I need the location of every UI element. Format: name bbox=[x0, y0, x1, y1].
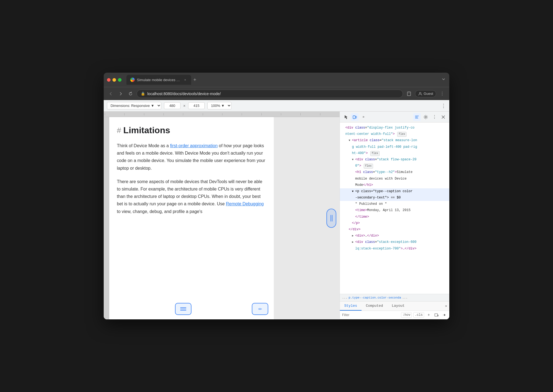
guest-button[interactable]: Guest bbox=[415, 90, 436, 97]
device-toolbar-more[interactable]: ⋮ bbox=[441, 103, 446, 109]
address-right-controls: Guest ⋮ bbox=[405, 90, 446, 98]
tab-computed[interactable]: Computed bbox=[362, 302, 387, 311]
devtools-panel: » ⋮ <div class="display-flex justi bbox=[340, 112, 449, 319]
tree-node[interactable]: ►<div>…</div> bbox=[340, 233, 449, 239]
bottom-handles: ✏ bbox=[104, 303, 340, 315]
page-preview: # Limitations Think of Device Mode as a … bbox=[104, 112, 340, 319]
settings-button[interactable] bbox=[422, 113, 430, 121]
tree-node[interactable]: ▼<article class="stack measure-lon bbox=[340, 137, 449, 144]
first-order-link[interactable]: first-order approximation bbox=[170, 143, 218, 148]
element-state-button[interactable] bbox=[441, 312, 447, 318]
hash-icon: # bbox=[117, 126, 121, 135]
add-style-rule-button[interactable]: + bbox=[426, 312, 432, 318]
tree-node[interactable]: Mode</h1> bbox=[340, 182, 449, 188]
zoom-select[interactable]: 100% ▼ bbox=[207, 102, 232, 109]
tree-node-selected[interactable]: ▼<p class="type--caption color bbox=[340, 188, 449, 195]
traffic-lights bbox=[107, 78, 122, 82]
devtools-breadcrumb: ... p.type--caption.color-seconda ... bbox=[340, 294, 449, 302]
filter-bar: :hov .cls + bbox=[340, 311, 449, 319]
width-input[interactable] bbox=[164, 102, 180, 109]
bookmark-icon[interactable] bbox=[405, 90, 413, 98]
tree-node[interactable]: </p> bbox=[340, 220, 449, 226]
html-tree[interactable]: <div class="display-flex justify-co nten… bbox=[340, 123, 449, 294]
tree-node[interactable]: </div> bbox=[340, 226, 449, 233]
tab-styles[interactable]: Styles bbox=[340, 302, 362, 311]
svg-rect-6 bbox=[435, 314, 438, 316]
forward-button[interactable] bbox=[117, 90, 125, 98]
tree-node[interactable]: " Published on " bbox=[340, 201, 449, 207]
ruler-horizontal bbox=[104, 112, 340, 117]
tab-overflow-button[interactable] bbox=[441, 77, 446, 83]
overflow-panels-button[interactable]: » bbox=[360, 113, 367, 121]
resize-drag-handle[interactable] bbox=[326, 209, 336, 228]
tab-bar: Simulate mobile devices with D × + bbox=[126, 75, 446, 85]
page-heading: # Limitations bbox=[117, 125, 266, 135]
bottom-handle-menu[interactable] bbox=[175, 303, 191, 315]
url-bar[interactable]: 🔒 localhost:8080/docs/devtools/device-mo… bbox=[137, 90, 403, 98]
styles-tabs: Styles Computed Layout » bbox=[340, 302, 449, 311]
browser-window: Simulate mobile devices with D × + 🔒 loc… bbox=[104, 73, 449, 319]
maximize-traffic-light[interactable] bbox=[118, 78, 122, 82]
console-button[interactable] bbox=[413, 113, 421, 121]
breadcrumb-more[interactable]: ... bbox=[402, 296, 408, 299]
styles-overflow[interactable]: » bbox=[443, 304, 449, 308]
url-text: localhost:8080/docs/devtools/device-mode… bbox=[147, 92, 399, 96]
breadcrumb-current[interactable]: p.type--caption.color-seconda bbox=[349, 296, 401, 299]
refresh-button[interactable] bbox=[127, 90, 134, 98]
tree-node[interactable]: ▼<div class="stack flow-space-20 bbox=[340, 157, 449, 163]
page-title: Limitations bbox=[123, 125, 170, 135]
tab-title: Simulate mobile devices with D bbox=[137, 78, 181, 82]
styles-filter-input[interactable] bbox=[342, 313, 399, 317]
close-traffic-light[interactable] bbox=[107, 78, 111, 82]
content-area: # Limitations Think of Device Mode as a … bbox=[104, 112, 449, 319]
tree-node-selected[interactable]: -secondary-text"> == $0 bbox=[340, 195, 449, 201]
tree-node[interactable]: 0"> flex bbox=[340, 163, 449, 169]
dimensions-select[interactable]: Dimensions: Responsive ▼ bbox=[107, 102, 161, 109]
device-toolbar: Dimensions: Responsive ▼ × 100% ▼ ⋮ bbox=[104, 100, 449, 112]
cls-button[interactable]: .cls bbox=[413, 312, 424, 318]
tree-node[interactable]: ht-400"> flex bbox=[340, 150, 449, 157]
dimension-separator: × bbox=[183, 104, 185, 108]
tree-node[interactable]: ntent-center width-full"> flex bbox=[340, 131, 449, 137]
page-content-wrapper: # Limitations Think of Device Mode as a … bbox=[104, 117, 340, 319]
device-mode-button[interactable] bbox=[351, 113, 359, 121]
tab-layout[interactable]: Layout bbox=[387, 302, 409, 311]
tree-node[interactable]: <h1 class="type--h2">Simulate bbox=[340, 169, 449, 175]
remote-debugging-link[interactable]: Remote Debugging bbox=[226, 201, 264, 206]
devtools-more-button[interactable]: ⋮ bbox=[431, 113, 438, 121]
tab-close-button[interactable]: × bbox=[183, 78, 187, 82]
title-bar: Simulate mobile devices with D × + bbox=[104, 73, 449, 87]
page-content: # Limitations Think of Device Mode as a … bbox=[109, 117, 274, 319]
svg-point-5 bbox=[425, 116, 427, 118]
tree-node[interactable]: lq:stack-exception-700">…</div> bbox=[340, 246, 449, 252]
svg-rect-4 bbox=[356, 116, 357, 118]
minimize-traffic-light[interactable] bbox=[112, 78, 116, 82]
devtools-close-button[interactable] bbox=[439, 113, 447, 121]
page-paragraph-2: There are some aspects of mobile devices… bbox=[117, 178, 266, 215]
breadcrumb-ellipsis[interactable]: ... bbox=[342, 296, 348, 299]
tree-node[interactable]: <time>Monday, April 13, 2015 bbox=[340, 207, 449, 214]
active-tab[interactable]: Simulate mobile devices with D × bbox=[126, 75, 191, 85]
lock-icon: 🔒 bbox=[141, 92, 145, 96]
hov-pseudo-button[interactable]: :hov bbox=[401, 312, 412, 318]
new-style-rule-button[interactable] bbox=[433, 312, 439, 318]
tree-node[interactable]: mobile devices with Device bbox=[340, 176, 449, 182]
back-button[interactable] bbox=[107, 90, 115, 98]
ruler-vertical bbox=[104, 117, 109, 319]
tree-node[interactable]: ►<div class="stack-exception-600 bbox=[340, 239, 449, 245]
drag-handle-bars bbox=[331, 215, 332, 221]
more-button[interactable]: ⋮ bbox=[438, 90, 446, 98]
height-input[interactable] bbox=[188, 102, 205, 109]
tree-node[interactable]: </time> bbox=[340, 214, 449, 220]
bottom-handle-edit[interactable]: ✏ bbox=[252, 303, 268, 315]
tab-favicon bbox=[130, 78, 135, 82]
new-tab-button[interactable]: + bbox=[191, 77, 199, 83]
guest-label: Guest bbox=[424, 92, 433, 96]
tree-node[interactable]: g width-full pad-left-400 pad-rig bbox=[340, 144, 449, 150]
svg-point-2 bbox=[419, 92, 421, 94]
inspect-cursor-button[interactable] bbox=[342, 113, 350, 121]
devtools-toolbar: » ⋮ bbox=[340, 112, 449, 123]
tree-node[interactable]: <div class="display-flex justify-co bbox=[340, 125, 449, 131]
svg-rect-3 bbox=[353, 116, 355, 119]
address-bar: 🔒 localhost:8080/docs/devtools/device-mo… bbox=[104, 87, 449, 100]
